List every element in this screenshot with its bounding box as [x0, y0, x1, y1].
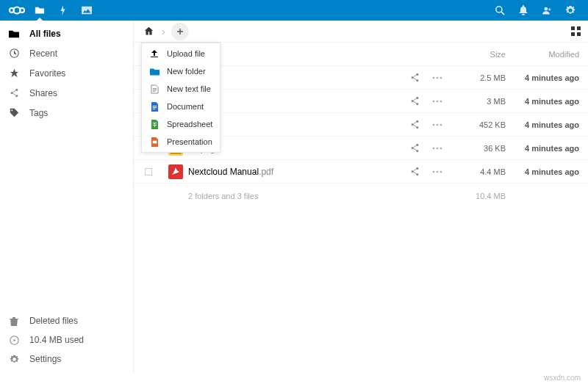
sidebar-item-recent[interactable]: Recent	[0, 43, 133, 63]
summary-text: 2 folders and 3 files	[134, 192, 410, 200]
menu-item-label: Presentation	[167, 137, 212, 146]
table-summary: 2 folders and 3 files 10.4 MB	[134, 184, 588, 209]
row-checkbox[interactable]	[145, 168, 152, 175]
share-icon[interactable]	[410, 73, 432, 82]
new-menu-spreadsheet[interactable]: Spreadsheet	[142, 115, 220, 133]
nav-gallery[interactable]	[75, 0, 98, 21]
app-logo[interactable]	[6, 5, 28, 15]
more-icon[interactable]	[432, 76, 454, 79]
new-menu-upload-file[interactable]: Upload file	[142, 45, 220, 62]
file-modified: 4 minutes ago	[506, 167, 579, 176]
menu-item-label: New folder	[167, 67, 206, 76]
more-icon[interactable]	[432, 170, 454, 173]
breadcrumb-separator: ›	[162, 26, 165, 37]
share-icon[interactable]	[410, 143, 432, 153]
more-icon[interactable]	[432, 147, 454, 150]
svg-rect-3	[82, 7, 92, 15]
svg-point-10	[10, 92, 12, 94]
file-modified: 4 minutes ago	[506, 73, 579, 82]
col-header-name[interactable]: Name	[188, 50, 410, 59]
sidebar: All filesRecentFavoritesSharesTags Delet…	[0, 21, 134, 373]
svg-line-5	[501, 12, 504, 15]
search-icon[interactable]	[488, 0, 512, 21]
file-modified: 4 minutes ago	[506, 97, 579, 106]
folder-icon	[149, 68, 159, 76]
svg-rect-16	[577, 26, 581, 30]
sidebar-bottom-10-4-mb-used[interactable]: 10.4 MB used	[0, 330, 133, 349]
svg-point-2	[20, 8, 24, 12]
file-name[interactable]: Nextcloud Manual.pdf	[188, 167, 410, 177]
file-modified: 4 minutes ago	[506, 144, 579, 153]
svg-point-22	[433, 76, 435, 79]
notifications-icon[interactable]	[512, 0, 535, 21]
menu-item-label: New text file	[167, 84, 211, 93]
svg-point-51	[437, 170, 439, 173]
sidebar-item-label: Tags	[29, 108, 48, 118]
svg-rect-17	[571, 32, 575, 36]
svg-point-47	[416, 167, 418, 170]
svg-point-25	[416, 97, 418, 99]
sidebar-item-label: Deleted files	[29, 316, 78, 326]
new-menu-new-text-file[interactable]: New text file	[142, 80, 220, 98]
sidebar-bottom-deleted-files[interactable]: Deleted files	[0, 311, 133, 330]
sidebar-item-all-files[interactable]: All files	[0, 23, 133, 43]
svg-point-32	[416, 120, 418, 123]
top-right	[488, 0, 582, 21]
svg-point-49	[416, 173, 418, 175]
svg-point-30	[440, 100, 442, 102]
file-name[interactable]: ud.png	[188, 143, 410, 153]
svg-point-9	[15, 89, 18, 91]
sidebar-item-label: Recent	[29, 48, 57, 59]
new-menu-presentation[interactable]: Presentation	[142, 133, 220, 151]
svg-point-52	[440, 170, 442, 173]
col-header-size[interactable]: Size	[454, 50, 506, 59]
svg-point-20	[412, 76, 414, 79]
svg-point-48	[412, 170, 414, 173]
settings-icon[interactable]	[559, 0, 582, 21]
more-icon[interactable]	[432, 123, 454, 126]
sidebar-item-label: Shares	[29, 88, 57, 98]
gear-icon	[9, 355, 19, 364]
file-name[interactable]: nts	[188, 73, 410, 83]
svg-point-43	[433, 147, 435, 149]
summary-size: 10.4 MB	[454, 192, 506, 200]
file-modified: 4 minutes ago	[506, 120, 579, 129]
new-menu-new-folder[interactable]: New folder	[142, 62, 220, 80]
svg-point-29	[437, 100, 439, 102]
gauge-icon	[9, 336, 19, 345]
presentation-icon	[149, 137, 159, 147]
share-icon[interactable]	[410, 96, 432, 106]
sidebar-item-tags[interactable]: Tags	[0, 103, 133, 123]
sidebar-item-shares[interactable]: Shares	[0, 83, 133, 103]
svg-point-50	[433, 170, 435, 173]
nav-files[interactable]	[28, 0, 51, 21]
sidebar-item-favorites[interactable]: Favorites	[0, 63, 133, 83]
file-row[interactable]: Nextcloud Manual.pdf4.4 MB4 minutes ago	[134, 160, 588, 184]
share-icon	[9, 88, 19, 98]
sidebar-bottom-settings[interactable]: Settings	[0, 349, 133, 369]
file-name[interactable]: ud.mp4	[188, 120, 410, 130]
nav-activity[interactable]	[51, 0, 75, 21]
contacts-icon[interactable]	[535, 0, 559, 21]
file-size: 3 MB	[454, 97, 506, 106]
new-menu-document[interactable]: Document	[142, 98, 220, 115]
svg-point-44	[437, 147, 439, 149]
file-size: 36 KB	[454, 144, 506, 153]
svg-point-6	[544, 7, 548, 10]
svg-point-27	[416, 103, 418, 105]
home-icon[interactable]	[141, 26, 156, 36]
svg-point-40	[416, 144, 418, 146]
view-toggle-grid-icon[interactable]	[571, 26, 581, 36]
share-icon[interactable]	[410, 120, 432, 129]
more-icon[interactable]	[432, 100, 454, 103]
menu-item-label: Document	[167, 102, 204, 111]
svg-rect-53	[152, 140, 157, 143]
svg-point-41	[412, 147, 414, 149]
textfile-icon	[149, 84, 159, 94]
share-icon[interactable]	[410, 167, 432, 176]
document-icon	[149, 102, 159, 112]
file-size: 4.4 MB	[454, 167, 506, 176]
col-header-modified[interactable]: Modified	[506, 50, 579, 59]
tag-icon	[9, 108, 19, 117]
new-button[interactable]	[171, 23, 189, 40]
